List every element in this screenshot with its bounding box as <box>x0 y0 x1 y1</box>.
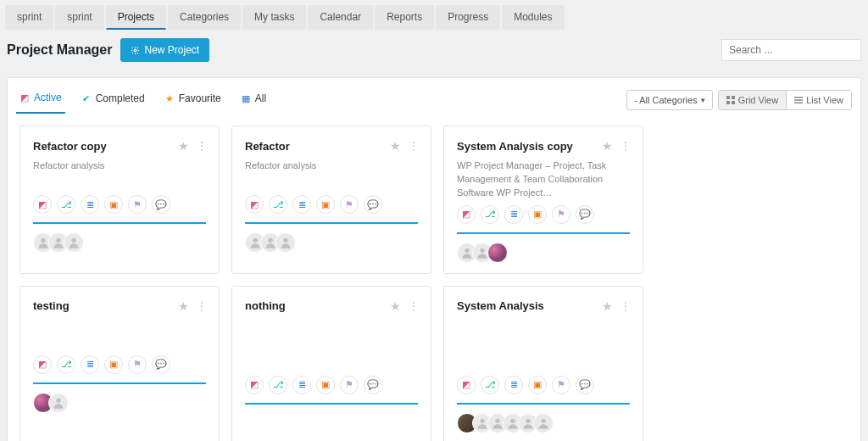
nav-tab-sprint[interactable]: sprint <box>5 5 53 30</box>
star-icon[interactable]: ★ <box>178 139 189 153</box>
list-icon[interactable]: ≣ <box>504 376 523 394</box>
avatar[interactable] <box>487 243 508 263</box>
filter-tab-all[interactable]: ▦All <box>237 87 270 114</box>
svg-point-21 <box>495 418 499 422</box>
flag-icon[interactable]: ⚑ <box>340 376 359 394</box>
flag-icon[interactable]: ⚑ <box>552 205 570 224</box>
star-icon[interactable]: ★ <box>178 299 189 313</box>
card-header: System Analysis★⋮ <box>457 299 630 313</box>
nav-tab-sprint[interactable]: sprint <box>55 5 103 30</box>
svg-point-20 <box>480 418 484 422</box>
more-icon[interactable]: ⋮ <box>408 299 418 313</box>
page-title: Project Manager <box>7 42 112 58</box>
list-icon[interactable]: ≣ <box>504 205 523 224</box>
svg-point-23 <box>526 418 530 422</box>
status-icon[interactable]: ◩ <box>457 376 476 394</box>
card-header: Refactor copy★⋮ <box>33 139 206 153</box>
tree-icon[interactable]: ⎇ <box>481 376 499 394</box>
project-card[interactable]: nothing★⋮◩⎇≣▣⚑💬 <box>231 286 431 441</box>
nav-tab-projects[interactable]: Projects <box>106 5 166 30</box>
status-icon[interactable]: ◩ <box>33 195 52 214</box>
flag-icon[interactable]: ⚑ <box>340 195 359 214</box>
svg-rect-4 <box>732 101 735 104</box>
folder-icon[interactable]: ▣ <box>104 195 123 214</box>
nav-tab-progress[interactable]: Progress <box>436 5 500 30</box>
avatar-row <box>33 393 206 413</box>
project-card[interactable]: testing★⋮◩⎇≣▣⚑💬 <box>19 286 220 441</box>
flag-icon[interactable]: ⚑ <box>552 376 570 394</box>
status-icon[interactable]: ◩ <box>457 205 476 224</box>
gear-icon <box>131 46 140 55</box>
avatar[interactable] <box>275 232 296 253</box>
chat-icon[interactable]: 💬 <box>364 376 382 394</box>
list-icon[interactable]: ≣ <box>292 195 311 214</box>
project-card[interactable]: Refactor copy★⋮Refactor analysis◩⎇≣▣⚑💬 <box>19 126 220 274</box>
filter-tab-completed[interactable]: ✔Completed <box>78 87 148 114</box>
card-action-icons: ◩⎇≣▣⚑💬 <box>245 376 418 394</box>
status-icon[interactable]: ◩ <box>33 355 52 374</box>
folder-icon[interactable]: ▣ <box>316 195 335 214</box>
filter-tab-active[interactable]: ◩Active <box>16 87 65 114</box>
svg-point-17 <box>41 398 45 402</box>
category-dropdown[interactable]: - All Categories ▾ <box>626 90 713 110</box>
chat-icon[interactable]: 💬 <box>152 355 170 374</box>
new-project-button[interactable]: New Project <box>120 38 209 62</box>
avatar[interactable] <box>533 413 554 433</box>
filter-tabs: ◩Active✔Completed★Favourite▦All <box>16 87 270 114</box>
chat-icon[interactable]: 💬 <box>576 205 594 224</box>
card-head-icons: ★⋮ <box>390 139 418 153</box>
chat-icon[interactable]: 💬 <box>364 195 382 214</box>
svg-point-18 <box>56 398 60 402</box>
chat-icon[interactable]: 💬 <box>152 195 170 214</box>
star-icon[interactable]: ★ <box>602 139 613 153</box>
nav-tab-categories[interactable]: Categories <box>168 5 241 30</box>
card-title: System Analysis copy <box>457 140 573 153</box>
more-icon[interactable]: ⋮ <box>408 139 418 153</box>
more-icon[interactable]: ⋮ <box>196 299 206 313</box>
more-icon[interactable]: ⋮ <box>620 299 630 313</box>
more-icon[interactable]: ⋮ <box>620 139 630 153</box>
tree-icon[interactable]: ⎇ <box>57 355 75 374</box>
list-icon[interactable]: ≣ <box>292 376 311 394</box>
avatar[interactable] <box>48 393 69 413</box>
card-title: System Analysis <box>457 299 544 312</box>
flag-icon[interactable]: ⚑ <box>128 355 147 374</box>
nav-tab-calendar[interactable]: Calendar <box>308 5 373 30</box>
progress-fill <box>457 232 630 234</box>
progress-fill <box>245 222 418 224</box>
chat-icon[interactable]: 💬 <box>576 376 594 394</box>
folder-icon[interactable]: ▣ <box>104 355 123 374</box>
list-icon[interactable]: ≣ <box>81 195 99 214</box>
project-card[interactable]: Refactor★⋮Refactor analysis◩⎇≣▣⚑💬 <box>231 126 431 274</box>
svg-point-8 <box>41 238 45 243</box>
tree-icon[interactable]: ⎇ <box>481 205 499 224</box>
progress-bar <box>33 382 206 384</box>
tree-icon[interactable]: ⎇ <box>57 195 75 214</box>
flag-icon[interactable]: ⚑ <box>128 195 147 214</box>
folder-icon[interactable]: ▣ <box>528 205 547 224</box>
nav-tab-modules[interactable]: Modules <box>502 5 564 30</box>
list-view-button[interactable]: List View <box>786 91 851 109</box>
tree-icon[interactable]: ⎇ <box>269 376 287 394</box>
svg-point-10 <box>71 238 75 243</box>
project-card[interactable]: System Analysis copy★⋮WP Project Manager… <box>443 126 643 274</box>
more-icon[interactable]: ⋮ <box>196 139 206 153</box>
nav-tab-reports[interactable]: Reports <box>375 5 434 30</box>
tree-icon[interactable]: ⎇ <box>269 195 287 214</box>
nav-tab-my-tasks[interactable]: My tasks <box>242 5 306 30</box>
card-header: System Analysis copy★⋮ <box>457 139 630 153</box>
status-icon[interactable]: ◩ <box>245 195 264 214</box>
folder-icon[interactable]: ▣ <box>316 376 335 394</box>
filter-tab-favourite[interactable]: ★Favourite <box>161 87 225 114</box>
grid-view-button[interactable]: Grid View <box>719 91 786 109</box>
card-title: Refactor <box>245 140 290 153</box>
list-icon[interactable]: ≣ <box>81 355 99 374</box>
star-icon[interactable]: ★ <box>602 299 613 313</box>
project-card[interactable]: System Analysis★⋮◩⎇≣▣⚑💬 <box>443 286 643 441</box>
star-icon[interactable]: ★ <box>390 299 401 313</box>
star-icon[interactable]: ★ <box>390 139 401 153</box>
search-input[interactable] <box>721 39 861 61</box>
avatar[interactable] <box>64 232 84 253</box>
status-icon[interactable]: ◩ <box>245 376 264 394</box>
folder-icon[interactable]: ▣ <box>528 376 547 394</box>
